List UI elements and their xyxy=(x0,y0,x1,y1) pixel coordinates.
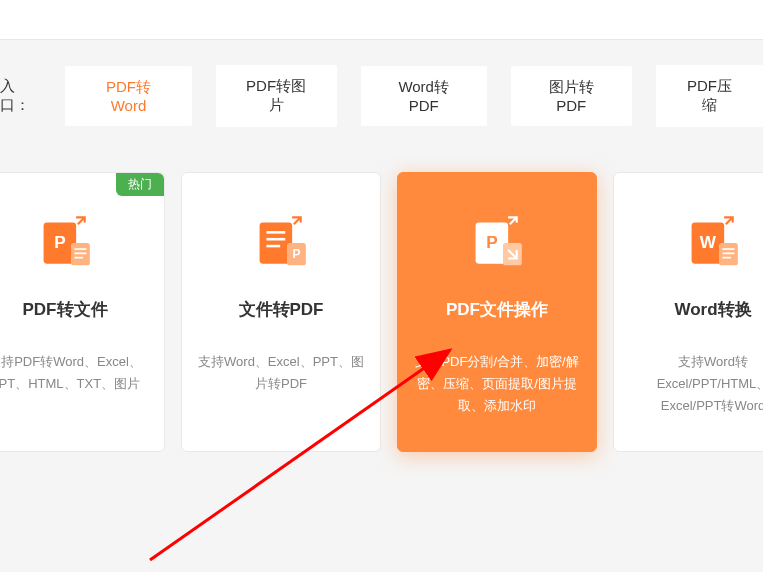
svg-rect-4 xyxy=(74,252,86,254)
entry-pdf-to-word[interactable]: PDF转Word xyxy=(65,66,191,126)
svg-rect-5 xyxy=(74,256,83,258)
svg-text:P: P xyxy=(486,232,497,252)
card-desc: 支持PDF分割/合并、加密/解密、压缩、页面提取/图片提取、添加水印 xyxy=(413,351,581,417)
svg-text:P: P xyxy=(292,247,300,261)
pdf-operations-icon: P xyxy=(467,213,527,273)
svg-rect-9 xyxy=(266,244,280,247)
cards-container: 热门 P PDF转文件 支持PDF转Word、Excel、PPT、HTML、TX… xyxy=(0,152,763,452)
card-pdf-to-file[interactable]: 热门 P PDF转文件 支持PDF转Word、Excel、PPT、HTML、TX… xyxy=(0,172,165,452)
quick-entry-row: 入口： PDF转Word PDF转图片 Word转PDF 图片转PDF PDF压… xyxy=(0,40,763,152)
svg-rect-17 xyxy=(719,243,738,265)
svg-rect-3 xyxy=(74,248,86,250)
entry-pdf-compress[interactable]: PDF压缩 xyxy=(656,65,763,127)
card-desc: 支持Word转Excel/PPT/HTML、Excel/PPT转Word xyxy=(629,351,763,417)
entry-label: 入口： xyxy=(0,77,41,115)
pdf-to-file-icon: P xyxy=(35,213,95,273)
card-word-convert[interactable]: W Word转换 支持Word转Excel/PPT/HTML、Excel/PPT… xyxy=(613,172,763,452)
hot-badge: 热门 xyxy=(116,173,164,196)
card-title: PDF转文件 xyxy=(23,298,108,321)
entry-pdf-to-image[interactable]: PDF转图片 xyxy=(216,65,337,127)
svg-rect-19 xyxy=(722,252,734,254)
svg-text:W: W xyxy=(700,232,717,252)
card-title: 文件转PDF xyxy=(239,298,324,321)
svg-rect-7 xyxy=(266,231,285,234)
card-pdf-operations[interactable]: P PDF文件操作 支持PDF分割/合并、加密/解密、压缩、页面提取/图片提取、… xyxy=(397,172,597,452)
file-to-pdf-icon: P xyxy=(251,213,311,273)
svg-text:P: P xyxy=(54,232,65,252)
card-title: PDF文件操作 xyxy=(446,298,548,321)
entry-image-to-pdf[interactable]: 图片转PDF xyxy=(511,66,632,126)
card-file-to-pdf[interactable]: P 文件转PDF 支持Word、Excel、PPT、图片转PDF xyxy=(181,172,381,452)
svg-rect-2 xyxy=(71,243,90,265)
card-title: Word转换 xyxy=(674,298,751,321)
card-desc: 支持PDF转Word、Excel、PPT、HTML、TXT、图片 xyxy=(0,351,149,395)
svg-rect-18 xyxy=(722,248,734,250)
word-convert-icon: W xyxy=(683,213,743,273)
entry-word-to-pdf[interactable]: Word转PDF xyxy=(361,66,487,126)
svg-rect-20 xyxy=(722,256,731,258)
card-desc: 支持Word、Excel、PPT、图片转PDF xyxy=(197,351,365,395)
svg-rect-8 xyxy=(266,237,285,240)
top-bar xyxy=(0,0,763,40)
